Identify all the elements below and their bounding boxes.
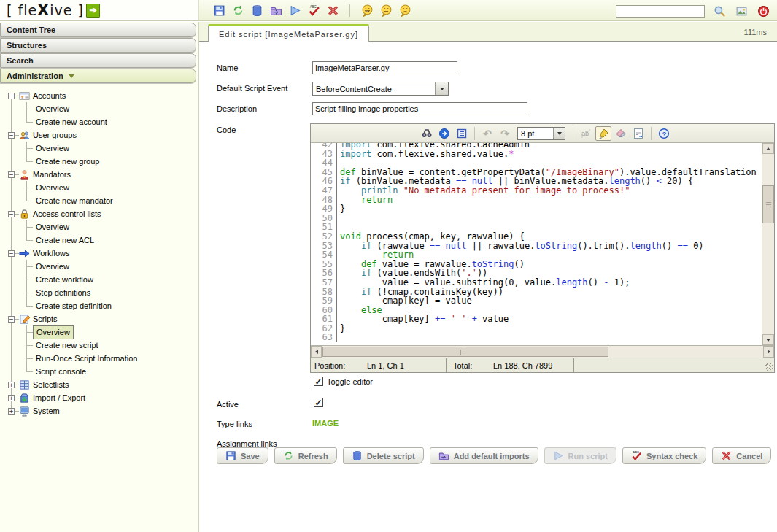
cancel-icon[interactable] bbox=[325, 3, 340, 18]
tree-item-create-new-account[interactable]: Create new account bbox=[0, 115, 198, 128]
help-icon[interactable]: ? bbox=[656, 126, 672, 141]
find-icon[interactable] bbox=[419, 126, 435, 141]
type-links-value[interactable]: IMAGE bbox=[312, 419, 339, 428]
delete-script-button[interactable]: Delete script bbox=[343, 447, 424, 464]
button-label: Delete script bbox=[367, 452, 415, 460]
syntax-check-button[interactable]: ABCSyntax check bbox=[622, 447, 706, 464]
editor-horizontal-scrollbar[interactable] bbox=[311, 345, 774, 358]
font-size-select[interactable]: 8 pt bbox=[517, 127, 565, 140]
tree-node-mandators[interactable]: −Mandators bbox=[0, 168, 198, 181]
tree-item-overview[interactable]: Overview bbox=[0, 220, 198, 234]
logout-icon[interactable] bbox=[756, 4, 770, 18]
resize-grip-icon[interactable] bbox=[765, 363, 773, 371]
tree-node-label: Selectlists bbox=[32, 380, 69, 389]
horizontal-scroll-thumb[interactable] bbox=[322, 347, 608, 357]
refresh-icon[interactable] bbox=[231, 3, 245, 18]
tree-item-script-console[interactable]: Script console bbox=[0, 365, 198, 378]
syntax-highlight-icon[interactable] bbox=[595, 126, 611, 141]
collapse-toggle-icon[interactable]: − bbox=[8, 211, 15, 217]
code-text: import com.flexive.shared.value.* bbox=[337, 149, 514, 159]
delete-icon[interactable] bbox=[250, 3, 264, 18]
tree-item-create-step-definition[interactable]: Create step definition bbox=[0, 299, 198, 312]
syntax-check-icon[interactable]: ABC bbox=[306, 3, 321, 18]
scroll-up-button[interactable] bbox=[762, 143, 774, 154]
tree-item-overview[interactable]: Overview bbox=[0, 260, 198, 273]
flexive-logo[interactable]: [ fleXive ] ➔ bbox=[0, 0, 199, 20]
add-default-imports-button[interactable]: Add default imports bbox=[430, 447, 538, 464]
select-dropdown-button[interactable] bbox=[553, 128, 565, 139]
redo-icon[interactable]: ↷ bbox=[497, 126, 513, 141]
active-checkbox[interactable]: ✓ bbox=[314, 398, 323, 407]
undo-icon[interactable]: ↶ bbox=[479, 126, 495, 141]
screenshot-icon[interactable] bbox=[734, 4, 749, 18]
application-window: [ fleXive ] ➔ ABC Content Tree Structure… bbox=[0, 0, 777, 532]
tree-item-step-definitions[interactable]: Step definitions bbox=[0, 286, 198, 299]
tree-item-create-new-group[interactable]: Create new group bbox=[0, 155, 198, 168]
select-dropdown-button[interactable] bbox=[435, 82, 448, 95]
sidebar-item-content-tree[interactable]: Content Tree bbox=[0, 23, 196, 37]
thumb-grip bbox=[460, 350, 466, 355]
logo-text: [ fleXive ] bbox=[7, 1, 84, 19]
editor-vertical-scrollbar[interactable] bbox=[762, 143, 774, 345]
tab-edit-script[interactable]: Edit script [ImageMetaParser.gy] bbox=[208, 24, 369, 42]
word-wrap-icon[interactable] bbox=[630, 126, 646, 141]
toggle-editor-checkbox[interactable]: ✓ bbox=[314, 377, 323, 386]
tree-item-create-new-acl[interactable]: Create new ACL bbox=[0, 234, 198, 247]
arrow-down-icon bbox=[766, 339, 770, 342]
cancel-button[interactable]: Cancel bbox=[712, 447, 771, 464]
refresh-button[interactable]: Refresh bbox=[274, 447, 337, 464]
save-icon[interactable] bbox=[212, 3, 226, 18]
run-script-icon[interactable] bbox=[287, 3, 302, 18]
expand-toggle-icon[interactable]: + bbox=[8, 395, 15, 401]
tree-item-create-new-script[interactable]: Create new script bbox=[0, 339, 198, 352]
tree-item-run-once-script-information[interactable]: Run-Once Script Information bbox=[0, 352, 198, 365]
collapse-toggle-icon[interactable]: − bbox=[8, 316, 15, 323]
scroll-right-button[interactable] bbox=[763, 346, 774, 358]
search-input[interactable] bbox=[616, 5, 705, 18]
description-field[interactable] bbox=[312, 102, 527, 115]
tree-node-scripts[interactable]: −Scripts bbox=[0, 312, 198, 325]
tree-node-import-export[interactable]: +Import / Export bbox=[0, 391, 198, 404]
code-line: 63 bbox=[311, 332, 762, 342]
run-script-button[interactable]: Run script bbox=[544, 447, 616, 464]
search-icon[interactable] bbox=[712, 4, 727, 18]
editor-status-bar: Position: Ln 1, Ch 1 Total: Ln 188, Ch 7… bbox=[311, 358, 774, 372]
expand-toggle-icon[interactable]: + bbox=[8, 382, 15, 388]
clear-highlight-icon[interactable] bbox=[613, 126, 629, 141]
scroll-left-button[interactable] bbox=[311, 346, 322, 358]
font-size-value: 8 pt bbox=[518, 129, 553, 138]
name-field[interactable] bbox=[312, 61, 457, 74]
tree-item-overview[interactable]: Overview bbox=[0, 102, 198, 115]
default-script-event-select[interactable]: BeforeContentCreate bbox=[312, 82, 449, 96]
feedback-positive-icon[interactable] bbox=[360, 3, 374, 18]
collapse-toggle-icon[interactable]: − bbox=[8, 250, 15, 257]
tree-node-user-groups[interactable]: −User groups bbox=[0, 128, 198, 142]
tree-item-overview[interactable]: Overview bbox=[0, 181, 198, 194]
collapse-toggle-icon[interactable]: − bbox=[8, 93, 15, 99]
tree-item-overview[interactable]: Overview bbox=[0, 142, 198, 155]
sidebar-item-structures[interactable]: Structures bbox=[0, 38, 196, 53]
goto-line-icon[interactable] bbox=[436, 126, 452, 141]
add-default-imports-icon[interactable] bbox=[268, 3, 283, 18]
sidebar-item-search[interactable]: Search bbox=[0, 53, 196, 68]
tree-item-create-workflow[interactable]: Create workflow bbox=[0, 273, 198, 286]
tree-node-access-control-lists[interactable]: −Access control lists bbox=[0, 207, 198, 220]
tree-node-system[interactable]: +System bbox=[0, 404, 198, 417]
collapse-toggle-icon[interactable]: − bbox=[8, 132, 15, 139]
spellcheck-icon[interactable]: ab bbox=[578, 126, 594, 141]
sidebar-item-administration[interactable]: Administration bbox=[0, 69, 196, 83]
tree-node-workflows[interactable]: −Workflows bbox=[0, 247, 198, 260]
tree-item-overview[interactable]: Overview bbox=[0, 325, 198, 339]
expand-toggle-icon[interactable]: + bbox=[8, 408, 15, 415]
save-button[interactable]: Save bbox=[217, 447, 268, 464]
feedback-negative-icon[interactable] bbox=[398, 3, 412, 18]
tree-node-accounts[interactable]: −Accounts bbox=[0, 89, 198, 102]
feedback-neutral-icon[interactable] bbox=[379, 3, 393, 18]
vertical-scroll-thumb[interactable] bbox=[762, 185, 774, 223]
code-editor-area[interactable]: 42import com.flexive.shared.CacheAdmin43… bbox=[311, 143, 762, 345]
tree-node-selectlists[interactable]: +Selectlists bbox=[0, 378, 198, 391]
collapse-toggle-icon[interactable]: − bbox=[8, 171, 15, 178]
scroll-down-button[interactable] bbox=[762, 334, 774, 345]
fullscreen-view-icon[interactable] bbox=[454, 126, 470, 141]
tree-item-create-new-mandator[interactable]: Create new mandator bbox=[0, 194, 198, 207]
